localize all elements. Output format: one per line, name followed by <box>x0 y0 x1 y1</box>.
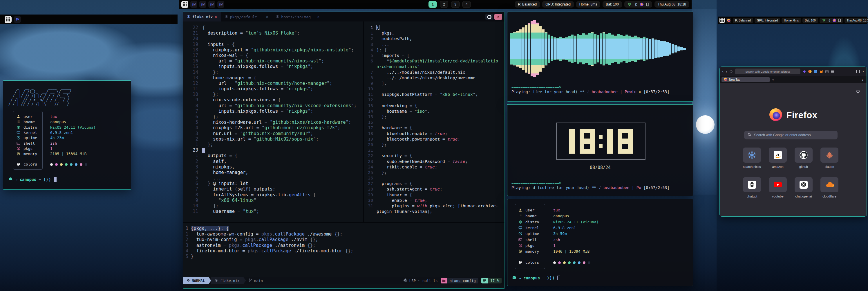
code-line[interactable]: 2 sops-nix.url = "github:Mic92/sops-nix"… <box>183 137 363 142</box>
code-line[interactable]: 7 inputs.nixpkgs.follows = "nixpkgs"; <box>183 109 363 114</box>
code-line[interactable]: 1 }; <box>183 142 363 148</box>
code-line[interactable]: 6 } @ inputs: let <box>183 181 363 186</box>
shortcut-tile[interactable] <box>795 148 813 163</box>
code-line[interactable]: 20 }; <box>364 142 504 148</box>
shell-prompt[interactable]: → canopus ~ ))) <box>512 275 560 281</box>
menu-icon[interactable] <box>831 70 834 73</box>
code-line[interactable]: 10 ]; <box>183 203 363 209</box>
tab-new-tab[interactable]: New Tab <box>721 77 770 82</box>
code-line[interactable]: 27 programs = { <box>364 181 504 186</box>
code-line[interactable]: 17 hardware = { <box>364 125 504 131</box>
shortcut-github[interactable]: github <box>795 148 813 169</box>
code-line[interactable]: 30 enable = true; <box>364 198 504 203</box>
code-line[interactable]: 16 <box>364 120 504 125</box>
code-line[interactable]: 13 home-manager = { <box>183 75 363 81</box>
code-line[interactable]: 26 <box>364 175 504 181</box>
code-line[interactable]: 28 ssh.startAgent = true; <box>364 186 504 192</box>
apps-launcher-icon[interactable] <box>181 1 188 8</box>
code-line[interactable]: 3 astronvim = pkgs.callPackage ./astronv… <box>183 243 504 248</box>
close-buffer-button[interactable]: × <box>494 14 502 20</box>
code-line[interactable]: 25 }; <box>364 170 504 175</box>
code-line[interactable]: 15 }; <box>364 114 504 120</box>
status-pill[interactable]: Bat: 100 <box>802 18 818 23</box>
code-line[interactable]: 11 nixpkgs.hostPlatform = "x86_64-linux"… <box>364 92 504 97</box>
gear-icon[interactable] <box>856 89 860 95</box>
wezterm-window-icon[interactable]: $W <box>199 1 206 8</box>
code-line[interactable]: 14 }; <box>183 70 363 75</box>
minimize-button[interactable]: — <box>850 70 854 73</box>
code-line[interactable]: 1{ <box>364 25 504 30</box>
apps-launcher-icon[interactable] <box>5 16 11 23</box>
code-line[interactable]: 4 nixpkgs-f2k.url = "github:moni-dz/nixp… <box>183 125 363 131</box>
code-line[interactable]: 31 plugins = with pkgs.xfce; [thunar-arc… <box>364 203 504 209</box>
code-line[interactable]: 5} <box>183 254 504 259</box>
code-line[interactable]: 9 "x86_64-linux" <box>183 198 363 203</box>
close-tab-icon[interactable]: × <box>266 15 268 19</box>
back-button[interactable]: ‹ <box>722 69 723 74</box>
workspace-2[interactable]: 2 <box>440 1 448 8</box>
code-line[interactable]: 20 <box>183 36 363 41</box>
clock-pill[interactable]: Thu Aug 08, 18:18 <box>654 1 689 7</box>
status-pill[interactable]: GPU: Integrated <box>754 18 780 23</box>
shortcut-tile[interactable] <box>769 177 787 192</box>
code-line[interactable]: 18 bluetooth.enable = true; <box>364 131 504 137</box>
purple-diamond-icon[interactable] <box>803 70 806 73</box>
code-line[interactable]: 21 description = "tux's NixOS Flake"; <box>183 30 363 36</box>
code-line[interactable]: 3 nur.url = "github:nix-community/nur"; <box>183 131 363 137</box>
code-line[interactable]: 4 firefox-mod-blur = pkgs.callPackage ./… <box>183 248 504 254</box>
status-pill[interactable]: GPU: Integrated <box>542 1 574 7</box>
code-line[interactable]: 11 inputs.nixpkgs.follows = "nixpkgs"; <box>183 86 363 92</box>
code-line[interactable]: 7 inherit (self) outputs; <box>183 186 363 192</box>
horizontal-split[interactable] <box>183 222 504 223</box>
clock-pill[interactable]: Thu Aug 08, 18:39 <box>844 18 868 23</box>
apps-launcher-icon[interactable] <box>719 18 725 23</box>
firefox-window-icon[interactable] <box>726 18 731 23</box>
code-line[interactable]: 19 bluetooth.powerOnBoot = true; <box>364 137 504 142</box>
url-bar[interactable]: Search with Google or enter address <box>735 68 800 74</box>
import-arrow-icon[interactable] <box>825 70 829 73</box>
terminal-fastfetch-left[interactable]: _ __ _ ____ _____ / | / /(_)_ __/ __ \/ … <box>3 81 131 190</box>
code-line[interactable]: 17 nixos-wsl = { <box>183 53 363 58</box>
color-swirl-icon[interactable] <box>808 70 812 73</box>
code-line[interactable]: 23 <box>183 148 363 153</box>
code-line[interactable]: 1{pkgs, ...}: { <box>183 226 504 231</box>
code-line[interactable]: 13 networking = { <box>364 103 504 109</box>
close-button[interactable]: × <box>863 70 864 73</box>
status-pill[interactable]: Home: 8ms <box>576 1 600 7</box>
editor-pane-iso[interactable]: 1{1 pkgs,2 modulesPath,3 ...4}: {5 impor… <box>364 25 504 223</box>
close-tab-icon[interactable]: × <box>215 15 217 19</box>
shortcut-cloudflare[interactable]: cloudflare <box>820 177 838 198</box>
maximize-button[interactable] <box>857 70 860 73</box>
terminal-cava[interactable]: =====================> Playing: ffee for… <box>507 11 693 101</box>
search-input[interactable]: Search with Google or enter address <box>744 131 838 139</box>
tab-hosts-isoImag-[interactable]: hosts/isoImag..× <box>272 12 323 22</box>
code-line[interactable]: 23 sudo.wheelNeedsPassword = false; <box>364 159 504 164</box>
code-line[interactable]: 22{ <box>183 25 363 30</box>
code-line[interactable]: 2 modulesPath, <box>364 36 504 41</box>
system-tray[interactable] <box>819 18 843 23</box>
wezterm-window-icon[interactable]: $W <box>217 1 224 8</box>
code-line[interactable]: 10 }; <box>183 92 363 97</box>
neovim-window[interactable]: flake.nix×pkgs/default...×hosts/isoImag.… <box>183 11 505 289</box>
tab-list-chevron-icon[interactable]: ∨ <box>862 78 865 81</box>
code-line[interactable]: 5 imports = [ <box>364 53 504 58</box>
close-tab-icon[interactable]: × <box>317 15 319 19</box>
system-tray[interactable] <box>624 1 652 7</box>
forward-button[interactable]: › <box>726 69 727 74</box>
tab-pkgs-default-[interactable]: pkgs/default...× <box>221 12 272 22</box>
shortcut-tile[interactable] <box>820 148 838 163</box>
code-line[interactable]: 1 pkgs, <box>364 30 504 36</box>
code-line[interactable]: 5 nixos-hardware.url = "github:nixos/nix… <box>183 120 363 125</box>
shortcut-tile[interactable] <box>743 148 761 163</box>
status-pill[interactable]: P: Balanced <box>515 1 540 7</box>
terminal-fastfetch-right[interactable]: usertuxhnamecanopusdistroNixOS 24.11 (Vi… <box>507 199 693 286</box>
code-line[interactable]: 11 username = "tux"; <box>183 209 363 214</box>
code-line[interactable]: 9 ]; <box>364 81 504 86</box>
fox-extension-icon[interactable] <box>819 70 823 73</box>
editor-pane-flake[interactable]: 22{21 description = "tux's NixOS Flake";… <box>183 25 363 223</box>
shortcut-tile[interactable] <box>795 177 813 192</box>
code-line[interactable]: 16 url = "github:nix-community/nixos-wsl… <box>183 58 363 64</box>
code-line[interactable]: 22 security = { <box>364 153 504 158</box>
status-pill[interactable]: Bat: 100 <box>602 1 622 7</box>
shortcut-tile[interactable] <box>743 177 761 192</box>
